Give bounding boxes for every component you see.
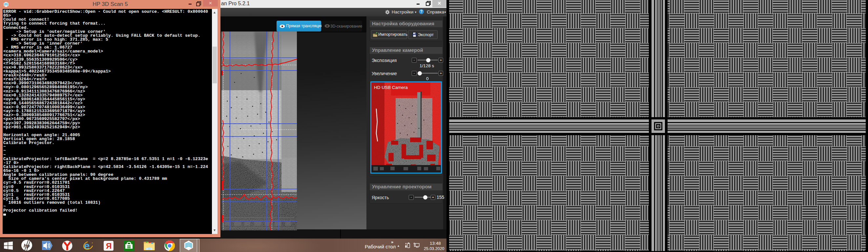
svg-text:Я: Я [106, 242, 112, 250]
svg-text:HD USB Camera: HD USB Camera [374, 85, 408, 90]
